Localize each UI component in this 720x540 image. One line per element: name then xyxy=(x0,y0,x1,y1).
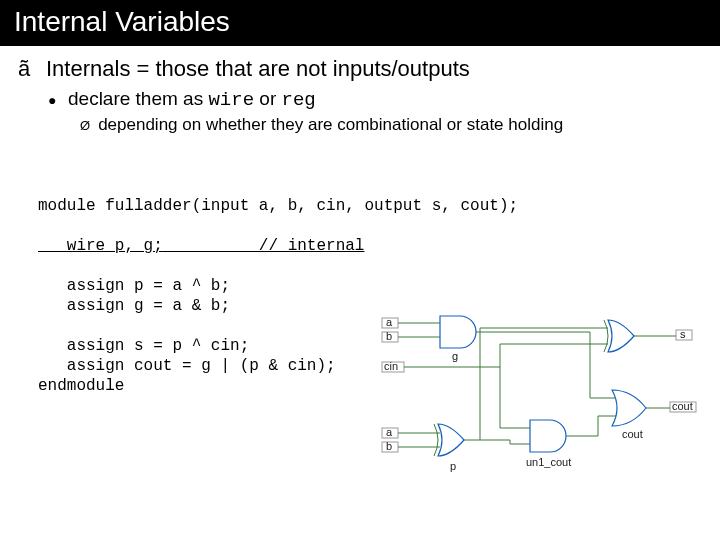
circuit-diagram: a b cin a b g p s un1_cout cout cout xyxy=(380,310,700,490)
pin-label-cout: cout xyxy=(672,400,693,412)
bullet-marker-tilde: ã xyxy=(18,56,36,82)
pin-label-s: s xyxy=(680,328,686,340)
code-comment-underlined: // internal xyxy=(163,237,365,255)
gate-label-g: g xyxy=(452,350,458,362)
code-line: assign g = a & b; xyxy=(38,297,230,315)
bullet-text: Internals = those that are not inputs/ou… xyxy=(46,56,470,82)
gate-label-un1: un1_cout xyxy=(526,456,571,468)
code-line: assign p = a ^ b; xyxy=(38,277,230,295)
code-line: module fulladder(input a, b, cin, output… xyxy=(38,197,518,215)
code-line: assign s = p ^ cin; xyxy=(38,337,249,355)
code-inline: wire xyxy=(208,89,254,111)
pin-label-b: b xyxy=(386,330,392,342)
text-fragment: or xyxy=(254,88,281,109)
text-fragment: declare them as xyxy=(68,88,208,109)
bullet-marker-triangle: Ø xyxy=(80,116,90,136)
pin-label-b2: b xyxy=(386,440,392,452)
slide-title: Internal Variables xyxy=(0,0,720,46)
code-line: assign cout = g | (p & cin); xyxy=(38,357,336,375)
code-line: endmodule xyxy=(38,377,124,395)
pin-label-a: a xyxy=(386,316,393,328)
bullet-text: depending on whether they are combinatio… xyxy=(98,115,563,135)
code-line-underlined: wire p, g; xyxy=(38,237,163,255)
gate-label-p: p xyxy=(450,460,456,472)
pin-label-a2: a xyxy=(386,426,393,438)
code-inline: reg xyxy=(282,89,316,111)
bullet-text: declare them as wire or reg xyxy=(68,88,316,111)
bullet-marker-disc: ● xyxy=(48,89,58,111)
bullet-level2: ● declare them as wire or reg xyxy=(48,88,702,111)
bullet-level3: Ø depending on whether they are combinat… xyxy=(80,115,702,136)
gate-label-cout: cout xyxy=(622,428,643,440)
bullet-level1: ã Internals = those that are not inputs/… xyxy=(18,56,702,82)
pin-label-cin: cin xyxy=(384,360,398,372)
